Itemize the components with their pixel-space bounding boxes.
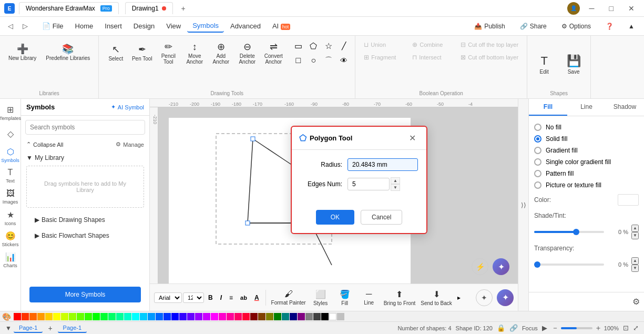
fragment-button[interactable]: ⊞ Fragment xyxy=(360,52,407,63)
color-swatch-magenta[interactable] xyxy=(211,313,218,320)
italic-button[interactable]: I xyxy=(217,292,225,303)
convert-anchor-button[interactable]: ⇌ Convert Anchor xyxy=(261,39,286,67)
ai-symbol-button[interactable]: ✦ AI Symbol xyxy=(111,104,144,110)
pen-tool-button[interactable]: ✒ Pen Tool xyxy=(129,39,155,67)
color-swatch-15[interactable] xyxy=(148,313,155,320)
play-button[interactable]: ▶ xyxy=(542,324,547,332)
move-anchor-button[interactable]: ↕ Move Anchor xyxy=(182,39,207,67)
font-size-select[interactable]: 12 xyxy=(183,292,204,303)
arc-shape-button[interactable]: ⌒ xyxy=(322,54,335,67)
ai-assist-button[interactable]: ✦ xyxy=(497,289,514,306)
edit-button[interactable]: T Edit xyxy=(531,52,557,77)
page-menu-button[interactable]: ▼ xyxy=(5,325,12,332)
union-button[interactable]: ⊔ Union xyxy=(360,39,407,50)
sidebar-text-button[interactable]: T Text xyxy=(1,166,20,185)
color-swatch-19[interactable] xyxy=(187,313,195,320)
no-fill-option[interactable]: No fill xyxy=(534,122,639,133)
line-shape-button[interactable]: ╱ xyxy=(337,39,351,53)
color-swatch-9[interactable] xyxy=(85,313,92,320)
edges-down-button[interactable]: ▼ xyxy=(391,184,400,191)
sidebar-templates-button[interactable]: ⊞ Templates xyxy=(1,103,20,122)
color-swatch-27[interactable] xyxy=(266,313,273,320)
collapse-ribbon-button[interactable]: ▲ xyxy=(623,21,640,32)
more-format-button[interactable]: ▸ xyxy=(457,294,461,301)
cancel-button[interactable]: Cancel xyxy=(361,210,402,225)
menu-symbols[interactable]: Symbols xyxy=(187,19,224,33)
my-library-dropzone[interactable]: Drag symbols here to add to My Library xyxy=(26,166,144,208)
shade-tint-thumb[interactable] xyxy=(573,229,579,235)
line-tab[interactable]: Line xyxy=(567,99,606,116)
new-tab-button[interactable]: + xyxy=(177,2,190,15)
color-swatch-21[interactable] xyxy=(203,313,210,320)
color-swatch-17[interactable] xyxy=(163,313,171,320)
font-name-select[interactable]: Arial xyxy=(154,292,182,303)
color-swatch-white[interactable] xyxy=(329,313,336,320)
color-swatch-gray[interactable] xyxy=(305,313,313,320)
color-swatch-4[interactable] xyxy=(45,313,53,320)
app-tab-drawing[interactable]: Drawing1 xyxy=(125,2,173,14)
right-collapse-button[interactable]: ⟩⟩ xyxy=(518,99,528,311)
no-fill-radio[interactable] xyxy=(534,124,541,131)
styles-button[interactable]: ⬜ Styles xyxy=(309,288,332,308)
color-swatch-20[interactable] xyxy=(195,313,202,320)
line-button[interactable]: ─ Line xyxy=(357,288,381,307)
basic-flowchart-shapes-item[interactable]: ▶ Basic Flowchart Shapes xyxy=(26,230,144,241)
sidebar-stickers-button[interactable]: 😊 Stickers xyxy=(1,229,20,248)
color-swatch-cyan[interactable] xyxy=(132,313,139,320)
color-swatch-22[interactable] xyxy=(219,313,226,320)
single-color-gradient-option[interactable]: Single color gradient fill xyxy=(534,156,639,168)
share-button[interactable]: 🔗 Share xyxy=(515,21,552,32)
sparkle-button[interactable]: ✦ xyxy=(493,258,509,275)
color-swatch-13[interactable] xyxy=(124,313,131,320)
basic-drawing-shapes-item[interactable]: ▶ Basic Drawing Shapes xyxy=(26,214,144,226)
picture-texture-radio[interactable] xyxy=(534,181,541,189)
intersect-button[interactable]: ⊓ Intersect xyxy=(408,52,455,63)
shade-tint-down[interactable]: ▼ xyxy=(631,232,639,239)
bring-to-front-button[interactable]: ⬆ Bring to Front xyxy=(382,288,418,308)
color-swatch-green[interactable] xyxy=(93,313,100,320)
add-page-button[interactable]: + xyxy=(45,323,55,333)
close-button[interactable]: ✕ xyxy=(623,2,640,15)
color-swatch-25[interactable] xyxy=(242,313,250,320)
pattern-fill-option[interactable]: Pattern fill xyxy=(534,168,639,179)
menu-view[interactable]: View xyxy=(161,20,186,32)
align-button[interactable]: ≡ xyxy=(226,292,236,303)
help-button[interactable]: ❓ xyxy=(600,21,619,32)
color-picker-icon[interactable]: 🎨 xyxy=(2,312,11,321)
color-swatch-1[interactable] xyxy=(22,313,29,320)
transparency-slider-track[interactable] xyxy=(534,264,604,266)
pencil-tool-button[interactable]: ✏ Pencil Tool xyxy=(156,39,181,67)
cut-off-bottom-button[interactable]: ⊠ Cut off bottom layer xyxy=(456,52,523,63)
new-library-button[interactable]: ➕ New Library xyxy=(4,39,40,66)
sidebar-symbols-button[interactable]: ⬡ Symbols xyxy=(1,145,20,164)
color-swatch-8[interactable] xyxy=(77,313,84,320)
color-swatch-2[interactable] xyxy=(29,313,37,320)
predefine-libraries-button[interactable]: 📚 Predefine Libraries xyxy=(42,39,94,66)
color-swatch-28[interactable] xyxy=(274,313,281,320)
zoom-out-button[interactable]: － xyxy=(551,323,559,333)
font-color-button[interactable]: A xyxy=(251,292,262,303)
pentagon-shape-button[interactable]: ⬠ xyxy=(306,39,320,53)
color-swatch-navy[interactable] xyxy=(290,313,297,320)
eye-shape-button[interactable]: 👁 xyxy=(337,54,351,67)
panel-settings-button[interactable]: ⚙ xyxy=(632,297,640,307)
ok-button[interactable]: OK xyxy=(316,210,354,225)
transparency-down[interactable]: ▼ xyxy=(631,265,639,272)
zoom-in-button[interactable]: ＋ xyxy=(595,323,602,333)
radius-input[interactable] xyxy=(347,158,418,171)
add-anchor-button[interactable]: ⊕ Add Anchor xyxy=(208,39,233,67)
zoom-slider-track[interactable] xyxy=(561,327,592,329)
shade-tint-slider-track[interactable] xyxy=(534,231,604,233)
color-preview[interactable] xyxy=(618,194,639,206)
select-tool-button[interactable]: ↖ Select xyxy=(103,39,128,67)
solid-fill-radio[interactable] xyxy=(534,135,541,143)
menu-advanced[interactable]: Advanced xyxy=(225,20,266,32)
nav-forward-button[interactable]: ▷ xyxy=(19,20,32,33)
color-swatch-7[interactable] xyxy=(69,313,76,320)
square-shape-button[interactable]: □ xyxy=(291,54,305,67)
dialog-close-button[interactable]: ✕ xyxy=(406,132,419,144)
color-swatch-12[interactable] xyxy=(116,313,124,320)
send-to-back-button[interactable]: ⬇ Send to Back xyxy=(418,288,454,308)
fill-tab[interactable]: Fill xyxy=(529,99,567,116)
color-swatch-10[interactable] xyxy=(100,313,108,320)
